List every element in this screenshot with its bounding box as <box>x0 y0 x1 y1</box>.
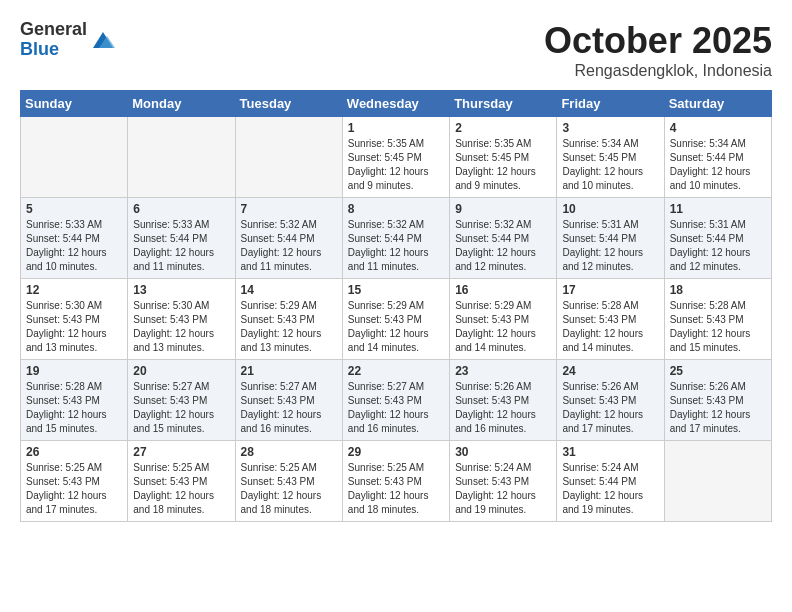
cell-content: Sunrise: 5:26 AMSunset: 5:43 PMDaylight:… <box>670 380 766 436</box>
calendar-cell: 19Sunrise: 5:28 AMSunset: 5:43 PMDayligh… <box>21 360 128 441</box>
calendar-cell: 10Sunrise: 5:31 AMSunset: 5:44 PMDayligh… <box>557 198 664 279</box>
cell-content: Sunrise: 5:25 AMSunset: 5:43 PMDaylight:… <box>241 461 337 517</box>
cell-content: Sunrise: 5:26 AMSunset: 5:43 PMDaylight:… <box>562 380 658 436</box>
day-number: 31 <box>562 445 658 459</box>
day-number: 16 <box>455 283 551 297</box>
title-block: October 2025 Rengasdengklok, Indonesia <box>544 20 772 80</box>
cell-content: Sunrise: 5:32 AMSunset: 5:44 PMDaylight:… <box>241 218 337 274</box>
calendar-cell: 9Sunrise: 5:32 AMSunset: 5:44 PMDaylight… <box>450 198 557 279</box>
logo: General Blue <box>20 20 117 60</box>
calendar-cell: 3Sunrise: 5:34 AMSunset: 5:45 PMDaylight… <box>557 117 664 198</box>
calendar-cell: 26Sunrise: 5:25 AMSunset: 5:43 PMDayligh… <box>21 441 128 522</box>
day-number: 15 <box>348 283 444 297</box>
calendar-cell: 14Sunrise: 5:29 AMSunset: 5:43 PMDayligh… <box>235 279 342 360</box>
cell-content: Sunrise: 5:29 AMSunset: 5:43 PMDaylight:… <box>348 299 444 355</box>
weekday-header-tuesday: Tuesday <box>235 91 342 117</box>
cell-content: Sunrise: 5:35 AMSunset: 5:45 PMDaylight:… <box>348 137 444 193</box>
day-number: 30 <box>455 445 551 459</box>
day-number: 18 <box>670 283 766 297</box>
cell-content: Sunrise: 5:35 AMSunset: 5:45 PMDaylight:… <box>455 137 551 193</box>
calendar-cell: 31Sunrise: 5:24 AMSunset: 5:44 PMDayligh… <box>557 441 664 522</box>
day-number: 7 <box>241 202 337 216</box>
calendar-cell: 27Sunrise: 5:25 AMSunset: 5:43 PMDayligh… <box>128 441 235 522</box>
cell-content: Sunrise: 5:33 AMSunset: 5:44 PMDaylight:… <box>133 218 229 274</box>
day-number: 14 <box>241 283 337 297</box>
calendar-cell: 11Sunrise: 5:31 AMSunset: 5:44 PMDayligh… <box>664 198 771 279</box>
cell-content: Sunrise: 5:25 AMSunset: 5:43 PMDaylight:… <box>133 461 229 517</box>
cell-content: Sunrise: 5:27 AMSunset: 5:43 PMDaylight:… <box>348 380 444 436</box>
calendar-week-0: 1Sunrise: 5:35 AMSunset: 5:45 PMDaylight… <box>21 117 772 198</box>
weekday-header-friday: Friday <box>557 91 664 117</box>
day-number: 27 <box>133 445 229 459</box>
day-number: 10 <box>562 202 658 216</box>
weekday-header-saturday: Saturday <box>664 91 771 117</box>
day-number: 22 <box>348 364 444 378</box>
cell-content: Sunrise: 5:34 AMSunset: 5:44 PMDaylight:… <box>670 137 766 193</box>
day-number: 9 <box>455 202 551 216</box>
calendar-header-row: SundayMondayTuesdayWednesdayThursdayFrid… <box>21 91 772 117</box>
day-number: 2 <box>455 121 551 135</box>
weekday-header-sunday: Sunday <box>21 91 128 117</box>
calendar-cell: 6Sunrise: 5:33 AMSunset: 5:44 PMDaylight… <box>128 198 235 279</box>
logo-icon <box>89 26 117 54</box>
day-number: 29 <box>348 445 444 459</box>
cell-content: Sunrise: 5:29 AMSunset: 5:43 PMDaylight:… <box>241 299 337 355</box>
calendar-cell: 30Sunrise: 5:24 AMSunset: 5:43 PMDayligh… <box>450 441 557 522</box>
cell-content: Sunrise: 5:34 AMSunset: 5:45 PMDaylight:… <box>562 137 658 193</box>
day-number: 3 <box>562 121 658 135</box>
cell-content: Sunrise: 5:27 AMSunset: 5:43 PMDaylight:… <box>133 380 229 436</box>
weekday-header-wednesday: Wednesday <box>342 91 449 117</box>
calendar-week-4: 26Sunrise: 5:25 AMSunset: 5:43 PMDayligh… <box>21 441 772 522</box>
cell-content: Sunrise: 5:28 AMSunset: 5:43 PMDaylight:… <box>26 380 122 436</box>
logo-blue-text: Blue <box>20 39 59 59</box>
day-number: 24 <box>562 364 658 378</box>
cell-content: Sunrise: 5:31 AMSunset: 5:44 PMDaylight:… <box>670 218 766 274</box>
cell-content: Sunrise: 5:24 AMSunset: 5:43 PMDaylight:… <box>455 461 551 517</box>
cell-content: Sunrise: 5:26 AMSunset: 5:43 PMDaylight:… <box>455 380 551 436</box>
cell-content: Sunrise: 5:32 AMSunset: 5:44 PMDaylight:… <box>455 218 551 274</box>
cell-content: Sunrise: 5:29 AMSunset: 5:43 PMDaylight:… <box>455 299 551 355</box>
calendar-cell: 25Sunrise: 5:26 AMSunset: 5:43 PMDayligh… <box>664 360 771 441</box>
calendar-cell: 21Sunrise: 5:27 AMSunset: 5:43 PMDayligh… <box>235 360 342 441</box>
day-number: 1 <box>348 121 444 135</box>
cell-content: Sunrise: 5:28 AMSunset: 5:43 PMDaylight:… <box>562 299 658 355</box>
calendar-table: SundayMondayTuesdayWednesdayThursdayFrid… <box>20 90 772 522</box>
cell-content: Sunrise: 5:27 AMSunset: 5:43 PMDaylight:… <box>241 380 337 436</box>
weekday-header-monday: Monday <box>128 91 235 117</box>
day-number: 12 <box>26 283 122 297</box>
calendar-cell: 28Sunrise: 5:25 AMSunset: 5:43 PMDayligh… <box>235 441 342 522</box>
cell-content: Sunrise: 5:28 AMSunset: 5:43 PMDaylight:… <box>670 299 766 355</box>
calendar-cell: 5Sunrise: 5:33 AMSunset: 5:44 PMDaylight… <box>21 198 128 279</box>
calendar-cell: 4Sunrise: 5:34 AMSunset: 5:44 PMDaylight… <box>664 117 771 198</box>
day-number: 4 <box>670 121 766 135</box>
cell-content: Sunrise: 5:30 AMSunset: 5:43 PMDaylight:… <box>133 299 229 355</box>
weekday-header-thursday: Thursday <box>450 91 557 117</box>
day-number: 23 <box>455 364 551 378</box>
location: Rengasdengklok, Indonesia <box>544 62 772 80</box>
calendar-cell: 13Sunrise: 5:30 AMSunset: 5:43 PMDayligh… <box>128 279 235 360</box>
cell-content: Sunrise: 5:33 AMSunset: 5:44 PMDaylight:… <box>26 218 122 274</box>
day-number: 5 <box>26 202 122 216</box>
calendar-cell: 23Sunrise: 5:26 AMSunset: 5:43 PMDayligh… <box>450 360 557 441</box>
calendar-cell: 29Sunrise: 5:25 AMSunset: 5:43 PMDayligh… <box>342 441 449 522</box>
day-number: 26 <box>26 445 122 459</box>
calendar-cell: 20Sunrise: 5:27 AMSunset: 5:43 PMDayligh… <box>128 360 235 441</box>
month-title: October 2025 <box>544 20 772 62</box>
calendar-week-1: 5Sunrise: 5:33 AMSunset: 5:44 PMDaylight… <box>21 198 772 279</box>
day-number: 6 <box>133 202 229 216</box>
cell-content: Sunrise: 5:32 AMSunset: 5:44 PMDaylight:… <box>348 218 444 274</box>
calendar-cell: 22Sunrise: 5:27 AMSunset: 5:43 PMDayligh… <box>342 360 449 441</box>
logo-general-text: General <box>20 19 87 39</box>
calendar-cell: 2Sunrise: 5:35 AMSunset: 5:45 PMDaylight… <box>450 117 557 198</box>
day-number: 28 <box>241 445 337 459</box>
cell-content: Sunrise: 5:25 AMSunset: 5:43 PMDaylight:… <box>348 461 444 517</box>
calendar-cell: 8Sunrise: 5:32 AMSunset: 5:44 PMDaylight… <box>342 198 449 279</box>
calendar-cell: 24Sunrise: 5:26 AMSunset: 5:43 PMDayligh… <box>557 360 664 441</box>
calendar-cell: 1Sunrise: 5:35 AMSunset: 5:45 PMDaylight… <box>342 117 449 198</box>
calendar-cell: 15Sunrise: 5:29 AMSunset: 5:43 PMDayligh… <box>342 279 449 360</box>
day-number: 20 <box>133 364 229 378</box>
calendar-cell <box>235 117 342 198</box>
day-number: 25 <box>670 364 766 378</box>
day-number: 11 <box>670 202 766 216</box>
cell-content: Sunrise: 5:31 AMSunset: 5:44 PMDaylight:… <box>562 218 658 274</box>
